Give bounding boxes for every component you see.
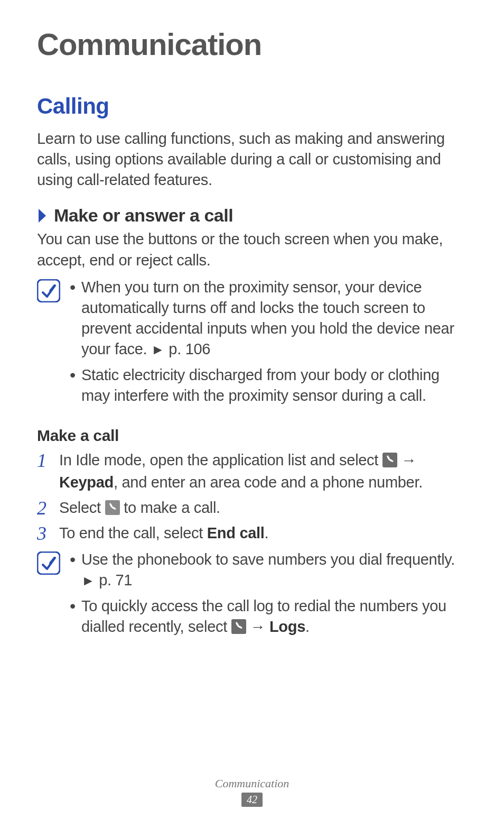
arrow-right-icon: → — [246, 618, 269, 635]
list-item: 1 In Idle mode, open the application lis… — [37, 449, 467, 493]
step-bold: End call — [207, 525, 265, 541]
steps-list: 1 In Idle mode, open the application lis… — [37, 449, 467, 544]
reference-text: p. 71 — [95, 572, 132, 588]
note-text-post: . — [305, 618, 310, 635]
note-list: Use the phonebook to save numbers you di… — [70, 549, 467, 643]
step-number: 3 — [37, 520, 46, 547]
subsection-intro: You can use the buttons or the touch scr… — [37, 229, 467, 270]
phone-icon — [382, 451, 397, 466]
subsection-heading: Make or answer a call — [54, 205, 233, 226]
section-heading-calling: Calling — [37, 94, 467, 119]
footer-section-label: Communication — [0, 777, 504, 790]
step-text-pre: In Idle mode, open the application list … — [59, 452, 382, 468]
step-number: 2 — [37, 494, 46, 522]
note-block: When you turn on the proximity sensor, y… — [37, 277, 467, 412]
page-title: Communication — [37, 26, 467, 62]
svg-rect-0 — [38, 280, 60, 302]
page-footer: Communication 42 — [0, 777, 504, 807]
phone-icon — [231, 619, 246, 633]
note-bold: Logs — [269, 618, 305, 635]
note-text: When you turn on the proximity sensor, y… — [81, 279, 454, 357]
step-text-post: to make a call. — [120, 499, 220, 516]
note-block: Use the phonebook to save numbers you di… — [37, 549, 467, 643]
footer-page-number: 42 — [241, 793, 263, 807]
note-list: When you turn on the proximity sensor, y… — [70, 277, 467, 412]
list-item: Use the phonebook to save numbers you di… — [70, 549, 467, 591]
step-text-pre: Select — [59, 499, 105, 516]
step-text-post: . — [265, 525, 269, 541]
subsection-heading-row: Make or answer a call — [37, 205, 467, 226]
list-item: When you turn on the proximity sensor, y… — [70, 277, 467, 360]
list-item: 2 Select to make a call. — [37, 496, 467, 519]
make-a-call-heading: Make a call — [37, 427, 467, 445]
note-icon — [37, 279, 60, 302]
svg-rect-3 — [38, 552, 60, 574]
note-text: Static electricity discharged from your … — [81, 366, 440, 404]
arrow-right-icon: → — [397, 452, 416, 468]
step-number: 1 — [37, 447, 46, 474]
chevron-right-icon — [37, 208, 49, 224]
document-page: Communication Calling Learn to use calli… — [0, 0, 504, 828]
list-item: 3 To end the call, select End call. — [37, 522, 467, 544]
section-intro: Learn to use calling functions, such as … — [37, 128, 467, 190]
list-item: To quickly access the call log to redial… — [70, 596, 467, 637]
step-bold: Keypad — [59, 474, 114, 491]
step-text-pre: To end the call, select — [59, 525, 207, 541]
reference-text: p. 106 — [165, 341, 211, 357]
step-text-post: , and enter an area code and a phone num… — [114, 474, 423, 491]
reference-marker: ► — [81, 573, 95, 588]
reference-marker: ► — [151, 342, 164, 357]
note-text: Use the phonebook to save numbers you di… — [81, 551, 455, 568]
note-icon — [37, 551, 60, 575]
phone-call-icon — [105, 499, 120, 513]
list-item: Static electricity discharged from your … — [70, 365, 467, 406]
